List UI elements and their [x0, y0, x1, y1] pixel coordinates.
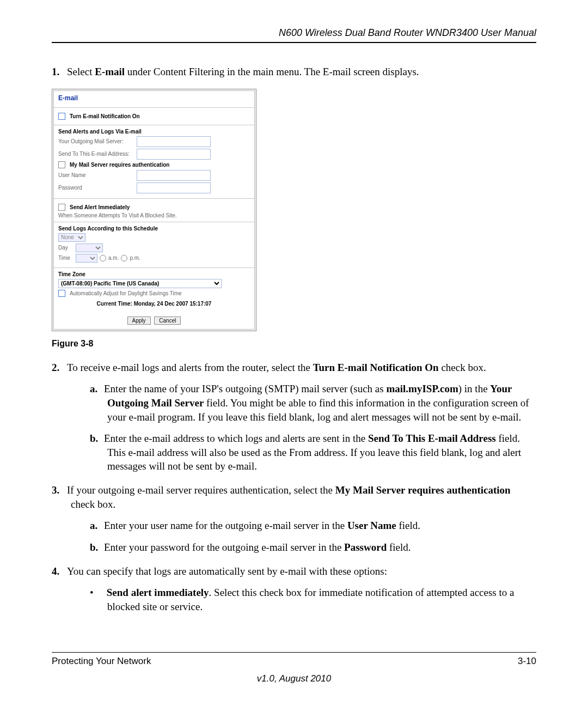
send-to-input[interactable] — [137, 149, 211, 160]
footer-right: 3-10 — [518, 656, 536, 667]
step-2a-t1: Enter the name of your ISP's outgoing (S… — [104, 383, 386, 394]
alert-description: When Someone Attempts To Visit A Blocked… — [58, 212, 250, 218]
step-3-b1: My Mail Server requires authentication — [335, 484, 511, 496]
step-2a-number: a. — [90, 382, 104, 396]
step-3a: a.Enter your user name for the outgoing … — [90, 519, 536, 533]
step-4-bullet-bold: Send alert immediately — [107, 587, 209, 598]
panel-title: E-mail — [54, 91, 254, 107]
step-3b-b1: Password — [344, 541, 387, 553]
auth-required-checkbox[interactable] — [58, 161, 65, 168]
step-3a-b1: User Name — [347, 520, 396, 531]
cancel-button[interactable]: Cancel — [154, 317, 181, 325]
send-to-label: Send To This E-mail Address: — [58, 151, 134, 157]
timezone-heading: Time Zone — [58, 271, 250, 277]
step-4-bullet: Send alert immediately. Select this chec… — [90, 586, 536, 613]
step-3b: b.Enter your password for the outgoing e… — [90, 540, 536, 555]
day-select[interactable] — [76, 244, 103, 252]
pm-label: p.m. — [130, 255, 140, 261]
email-settings-screenshot: E-mail Turn E-mail Notification On Send … — [52, 89, 256, 331]
outgoing-server-label: Your Outgoing Mail Server: — [58, 138, 134, 144]
password-label: Password — [58, 185, 134, 191]
step-2b-number: b. — [90, 431, 104, 446]
schedule-heading: Send Logs According to this Schedule — [58, 226, 250, 232]
step-1-text-pre: Select — [67, 66, 95, 77]
pm-radio[interactable] — [121, 255, 127, 261]
step-4: 4.You can specify that logs are automati… — [52, 564, 536, 614]
send-alerts-heading: Send Alerts and Logs Via E-mail — [58, 129, 250, 135]
step-2a-t2: ) in the — [458, 383, 491, 394]
step-2b: b.Enter the e-mail address to which logs… — [90, 431, 536, 473]
step-2-bold: Turn E-mail Notification On — [313, 362, 439, 373]
figure-caption: Figure 3-8 — [52, 339, 536, 349]
step-4-number: 4. — [52, 564, 67, 579]
step-3a-t1: Enter your user name for the outgoing e-… — [104, 520, 347, 531]
time-label: Time — [58, 255, 74, 261]
turn-email-on-checkbox[interactable] — [58, 113, 65, 120]
step-2b-b1: Send To This E-mail Address — [368, 433, 496, 444]
step-2a-b1: mail.myISP.com — [386, 383, 458, 394]
step-3b-t1: Enter your password for the outgoing e-m… — [104, 541, 344, 553]
step-2-t2: check box. — [439, 362, 486, 373]
step-1-number: 1. — [52, 65, 67, 79]
apply-button[interactable]: Apply — [127, 317, 151, 325]
step-3-number: 3. — [52, 483, 67, 497]
step-2b-t1: Enter the e-mail address to which logs a… — [104, 433, 368, 444]
step-3-t1: If your outgoing e-mail server requires … — [67, 484, 335, 496]
send-alert-immediately-checkbox[interactable] — [58, 204, 65, 211]
current-time: Current Time: Monday, 24 Dec 2007 15:17:… — [58, 299, 250, 309]
dst-checkbox[interactable] — [58, 290, 65, 297]
step-3b-t2: field. — [387, 541, 411, 553]
step-2a: a.Enter the name of your ISP's outgoing … — [90, 382, 536, 424]
step-2: 2.To receive e-mail logs and alerts from… — [52, 361, 536, 473]
step-1-text-post: under Content Filtering in the main menu… — [125, 66, 419, 77]
day-label: Day — [58, 245, 74, 251]
username-label: User Name — [58, 172, 134, 178]
schedule-select[interactable]: None — [58, 233, 85, 242]
step-3: 3.If your outgoing e-mail server require… — [52, 483, 536, 555]
password-input[interactable] — [137, 182, 211, 193]
step-3a-number: a. — [90, 519, 104, 533]
document-header: N600 Wireless Dual Band Router WNDR3400 … — [52, 27, 536, 43]
footer-left: Protecting Your Network — [52, 656, 151, 667]
am-label: a.m. — [108, 255, 119, 261]
turn-email-on-label: Turn E-mail Notification On — [70, 113, 140, 119]
time-select[interactable] — [76, 254, 97, 263]
footer-version: v1.0, August 2010 — [52, 673, 536, 684]
step-4-text: You can specify that logs are automatica… — [67, 565, 387, 577]
step-3a-t2: field. — [396, 520, 420, 531]
outgoing-server-input[interactable] — [137, 136, 211, 147]
dst-label: Automatically Adjust for Daylight Saving… — [70, 290, 182, 296]
send-alert-immediately-label: Send Alert Immediately — [70, 204, 130, 210]
step-3b-number: b. — [90, 540, 104, 555]
step-1: 1.Select E-mail under Content Filtering … — [52, 65, 536, 79]
timezone-select[interactable]: (GMT-08:00) Pacific Time (US Canada) — [58, 279, 222, 288]
am-radio[interactable] — [100, 255, 106, 261]
username-input[interactable] — [137, 170, 211, 181]
step-3-t2: check box. — [71, 498, 115, 510]
page-footer: Protecting Your Network 3-10 — [52, 652, 536, 667]
step-2-t1: To receive e-mail logs and alerts from t… — [67, 362, 313, 373]
step-2-number: 2. — [52, 361, 67, 375]
step-1-bold: E-mail — [95, 66, 125, 77]
auth-required-label: My Mail Server requires authentication — [70, 162, 169, 168]
